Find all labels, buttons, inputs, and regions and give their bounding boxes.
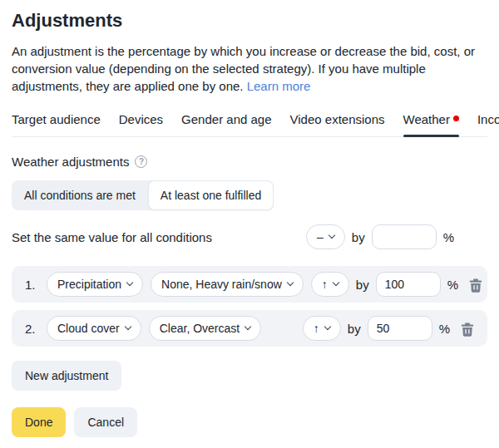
adjustment-row-1: 1. Precipitation None, Heavy rain/snow ↑… <box>12 266 487 303</box>
done-button[interactable]: Done <box>12 407 66 437</box>
adjustments-panel: Adjustments An adjustment is the percent… <box>0 0 499 437</box>
section-header: Weather adjustments ? <box>12 155 487 169</box>
chevron-down-icon <box>287 279 294 286</box>
row-number: 2. <box>25 322 39 336</box>
conditions-value: Clear, Overcast <box>160 322 240 335</box>
chevron-down-icon <box>333 279 339 286</box>
section-title: Weather adjustments <box>12 155 129 169</box>
delete-row-button[interactable] <box>469 277 482 293</box>
direction-value: ↑ <box>322 278 328 291</box>
row-value-controls: ↑ by % <box>303 316 474 341</box>
adjustment-value-input[interactable] <box>376 272 441 297</box>
conditions-dropdown[interactable]: Clear, Overcast <box>149 316 261 341</box>
help-question-icon[interactable]: ? <box>135 155 147 168</box>
parameter-value: Precipitation <box>57 278 121 291</box>
percent-label: % <box>439 322 450 336</box>
percent-label: % <box>443 230 454 244</box>
same-value-label: Set the same value for all conditions <box>12 230 212 244</box>
tab-weather-label: Weather <box>403 112 450 126</box>
page-title: Adjustments <box>12 10 487 32</box>
tab-devices[interactable]: Devices <box>119 111 163 136</box>
direction-value: ↑ <box>314 322 319 335</box>
delete-row-button[interactable] <box>461 321 474 337</box>
tab-bar: Target audience Devices Gender and age V… <box>12 111 487 137</box>
direction-dropdown[interactable]: ↑ <box>303 316 341 341</box>
row-value-controls: ↑ by % <box>311 272 482 297</box>
tab-weather[interactable]: Weather <box>403 111 459 136</box>
conditions-value: None, Heavy rain/snow <box>161 278 282 291</box>
trash-icon <box>461 322 474 337</box>
tab-income[interactable]: Income <box>477 111 499 136</box>
description: An adjustment is the percentage by which… <box>12 42 487 95</box>
direction-dropdown[interactable]: ↑ <box>311 272 349 297</box>
tab-video-extensions[interactable]: Video extensions <box>290 111 385 136</box>
conditions-dropdown[interactable]: None, Heavy rain/snow <box>151 272 304 297</box>
notification-dot-icon <box>453 116 459 121</box>
chevron-down-icon <box>324 323 331 330</box>
adjustment-row-2: 2. Cloud cover Clear, Overcast ↑ by % <box>12 310 487 347</box>
chevron-down-icon <box>329 232 335 239</box>
parameter-value: Cloud cover <box>57 322 120 335</box>
same-value-input[interactable] <box>372 224 437 249</box>
by-label: by <box>348 322 361 336</box>
tab-gender-and-age[interactable]: Gender and age <box>181 111 271 136</box>
footer-actions: Done Cancel <box>12 407 487 437</box>
description-text: An adjustment is the percentage by which… <box>12 44 475 93</box>
parameter-dropdown[interactable]: Precipitation <box>47 272 143 297</box>
at-least-one-fulfilled-option[interactable]: At least one fulfilled <box>148 180 274 210</box>
by-label: by <box>356 278 369 292</box>
condition-mode-toggle: All conditions are met At least one fulf… <box>12 180 274 210</box>
cancel-button[interactable]: Cancel <box>74 407 137 437</box>
chevron-down-icon <box>124 323 131 330</box>
parameter-dropdown[interactable]: Cloud cover <box>47 316 141 341</box>
adjustment-value-input[interactable] <box>368 316 432 341</box>
chevron-down-icon <box>126 279 133 286</box>
all-conditions-met-option[interactable]: All conditions are met <box>12 180 148 210</box>
tab-target-audience[interactable]: Target audience <box>12 111 101 136</box>
same-value-controls: – by % <box>306 224 454 249</box>
trash-icon <box>469 278 482 293</box>
percent-label: % <box>447 278 458 292</box>
new-adjustment-button[interactable]: New adjustment <box>12 361 121 391</box>
adjustment-rows: 1. Precipitation None, Heavy rain/snow ↑… <box>12 266 487 347</box>
same-value-direction-dropdown[interactable]: – <box>306 224 345 249</box>
learn-more-link[interactable]: Learn more <box>247 79 311 93</box>
same-value-direction-value: – <box>317 230 324 244</box>
by-label: by <box>352 230 365 244</box>
same-value-row: Set the same value for all conditions – … <box>12 224 487 249</box>
row-number: 1. <box>25 278 39 292</box>
chevron-down-icon <box>245 323 251 330</box>
